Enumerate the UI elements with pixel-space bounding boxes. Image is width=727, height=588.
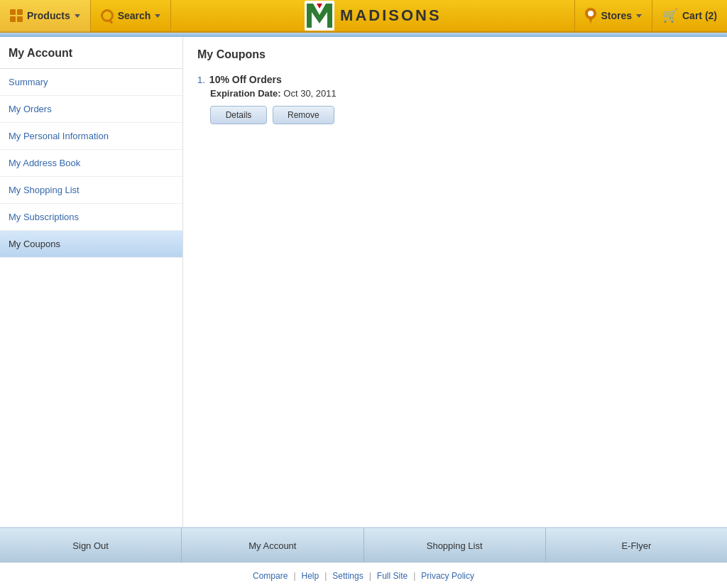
coupon-expiry-label: Expiration Date: [210,88,281,99]
sidebar-item-my-address-book[interactable]: My Address Book [0,150,182,177]
stores-pin-icon [585,8,596,23]
coupon-item: 1. 10% Off Orders Expiration Date: Oct 3… [197,74,713,124]
logo-icon [305,1,334,31]
stores-chevron-icon [636,14,642,18]
coupon-buttons: Details Remove [210,106,713,124]
settings-link[interactable]: Settings [327,571,368,581]
grid-icon [10,9,23,22]
search-label: Search [118,10,151,21]
sidebar-item-my-subscriptions[interactable]: My Subscriptions [0,204,182,231]
cart-button[interactable]: 🛒 Cart (2) [652,0,727,32]
shopping-list-button[interactable]: Shopping List [364,528,546,562]
logo-text: MADISONS [340,6,442,25]
details-button[interactable]: Details [210,106,267,124]
sidebar-item-my-personal-information[interactable]: My Personal Information [0,123,182,150]
sign-out-button[interactable]: Sign Out [0,528,182,562]
remove-button[interactable]: Remove [273,106,334,124]
footer-buttons: Sign Out My Account Shopping List E-Flye… [0,527,727,562]
sidebar-item-my-shopping-list[interactable]: My Shopping List [0,177,182,204]
products-chevron-icon [75,14,80,18]
coupon-expiry-value: Oct 30, 2011 [283,88,336,99]
content-title: My Coupons [197,48,713,61]
sidebar-item-my-orders[interactable]: My Orders [0,96,182,123]
full-site-link[interactable]: Full Site [371,571,413,581]
sidebar-item-my-coupons[interactable]: My Coupons [0,231,182,258]
sidebar: My Account Summary My Orders My Personal… [0,37,183,527]
privacy-policy-link[interactable]: Privacy Policy [415,571,480,581]
stores-label: Stores [601,10,632,21]
svg-point-4 [588,11,594,16]
search-icon [101,9,114,22]
help-link[interactable]: Help [296,571,325,581]
search-button[interactable]: Search [91,0,172,32]
header: Products Search MADISONS Stores 🛒 Cart (… [0,0,727,33]
logo-area: MADISONS [171,1,574,31]
products-label: Products [27,10,70,21]
main-container: My Account Summary My Orders My Personal… [0,37,727,527]
e-flyer-button[interactable]: E-Flyer [546,528,727,562]
sidebar-item-summary[interactable]: Summary [0,69,182,96]
cart-icon: 🛒 [662,8,678,23]
stores-button[interactable]: Stores [574,0,652,32]
cart-label: Cart (2) [682,10,717,21]
products-button[interactable]: Products [0,0,91,32]
my-account-button[interactable]: My Account [182,528,364,562]
coupon-header-row: 1. 10% Off Orders [197,74,713,85]
sidebar-title: My Account [0,37,182,69]
coupon-name: 10% Off Orders [209,74,282,85]
content-area: My Coupons 1. 10% Off Orders Expiration … [183,37,727,527]
footer-links: Compare | Help | Settings | Full Site | … [0,562,727,588]
svg-marker-5 [589,18,593,23]
search-chevron-icon [155,14,160,18]
coupon-expiry: Expiration Date: Oct 30, 2011 [210,88,713,99]
coupon-number: 1. [197,75,205,85]
compare-link[interactable]: Compare [247,571,293,581]
